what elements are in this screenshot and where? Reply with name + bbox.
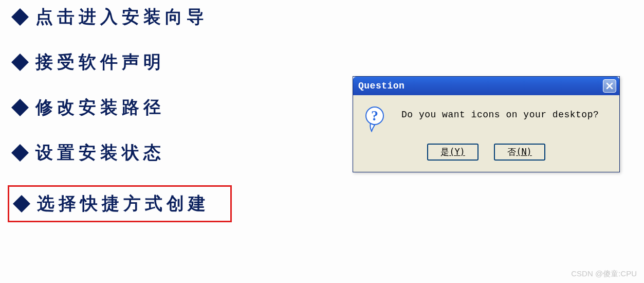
diamond-bullet-icon	[11, 8, 29, 26]
diamond-bullet-icon	[13, 195, 30, 213]
question-dialog: Question ? Do you want icons on your des…	[353, 76, 620, 172]
step-item: 修改安装路径	[8, 91, 232, 125]
dialog-titlebar[interactable]: Question	[353, 77, 619, 95]
dialog-title: Question	[358, 81, 404, 91]
yes-button-text: 是	[440, 147, 449, 157]
dialog-body: ? Do you want icons on your desktop? 是(Y…	[353, 95, 619, 172]
install-steps-list: 点击进入安装向导 接受软件声明 修改安装路径 设置安装状态 选择快捷方式创建	[8, 0, 232, 234]
step-item: 接受软件声明	[8, 45, 232, 79]
close-button[interactable]	[603, 79, 616, 93]
step-item: 设置安装状态	[8, 136, 232, 170]
yes-button[interactable]: 是(Y)	[427, 144, 479, 161]
watermark: CSDN @傻童:CPU	[571, 269, 637, 279]
yes-button-key: (Y)	[449, 147, 465, 157]
no-button-text: 否	[507, 147, 516, 157]
dialog-button-row: 是(Y) 否(N)	[362, 144, 610, 161]
diamond-bullet-icon	[11, 144, 29, 162]
no-button-key: (N)	[516, 147, 532, 157]
step-label: 设置安装状态	[35, 141, 165, 165]
question-icon: ?	[365, 107, 387, 132]
step-item-current: 选择快捷方式创建	[8, 185, 232, 222]
dialog-content: ? Do you want icons on your desktop?	[362, 107, 610, 132]
diamond-bullet-icon	[11, 99, 29, 116]
step-label: 选择快捷方式创建	[37, 192, 210, 216]
no-button[interactable]: 否(N)	[494, 144, 545, 161]
step-label: 接受软件声明	[35, 50, 165, 74]
step-label: 修改安装路径	[35, 96, 165, 119]
step-label: 点击进入安装向导	[35, 5, 208, 29]
dialog-message: Do you want icons on your desktop?	[401, 107, 599, 120]
diamond-bullet-icon	[11, 54, 29, 71]
close-icon	[606, 82, 613, 90]
step-item: 点击进入安装向导	[8, 0, 232, 34]
svg-text:?: ?	[371, 108, 378, 123]
